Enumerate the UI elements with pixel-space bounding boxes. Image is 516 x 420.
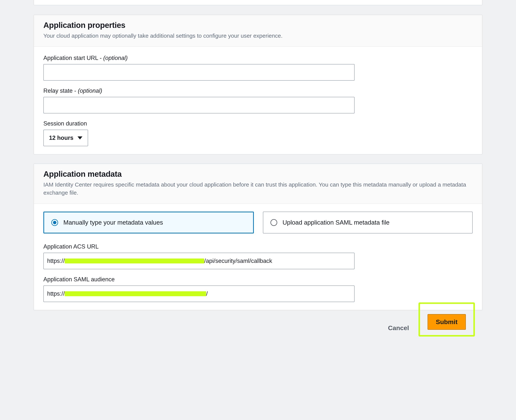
radio-label: Manually type your metadata values bbox=[63, 219, 163, 226]
card-header: Application properties Your cloud applic… bbox=[34, 15, 482, 47]
application-start-url-field: Application start URL - (optional) bbox=[43, 55, 473, 81]
radio-icon bbox=[270, 219, 277, 226]
card-title: Application metadata bbox=[43, 170, 473, 179]
caret-down-icon bbox=[77, 136, 82, 139]
cancel-button[interactable]: Cancel bbox=[386, 321, 411, 335]
session-duration-field: Session duration 12 hours bbox=[43, 120, 473, 146]
card-title: Application properties bbox=[43, 21, 473, 30]
submit-button[interactable]: Submit bbox=[428, 314, 466, 330]
application-acs-url-field: Application ACS URL https:///api/securit… bbox=[43, 243, 473, 269]
form-actions: Cancel Submit bbox=[34, 319, 482, 337]
previous-card-bottom bbox=[34, 0, 482, 5]
field-label: Session duration bbox=[43, 120, 473, 127]
submit-highlight: Submit bbox=[418, 302, 475, 337]
redacted-host bbox=[65, 259, 204, 263]
metadata-mode-radio-group: Manually type your metadata values Uploa… bbox=[43, 212, 473, 233]
relay-state-field: Relay state - (optional) bbox=[43, 87, 473, 113]
field-label: Application start URL - (optional) bbox=[43, 55, 473, 61]
select-value: 12 hours bbox=[49, 135, 73, 141]
radio-manual-metadata[interactable]: Manually type your metadata values bbox=[43, 212, 254, 233]
application-acs-url-input[interactable]: https:///api/security/saml/callback bbox=[43, 253, 354, 269]
card-subtitle: Your cloud application may optionally ta… bbox=[43, 32, 473, 40]
field-label: Application SAML audience bbox=[43, 276, 473, 283]
session-duration-select[interactable]: 12 hours bbox=[43, 130, 88, 146]
radio-icon bbox=[51, 219, 58, 226]
redacted-host bbox=[65, 291, 206, 296]
radio-label: Upload application SAML metadata file bbox=[283, 219, 389, 226]
application-properties-card: Application properties Your cloud applic… bbox=[34, 15, 482, 155]
application-metadata-card: Application metadata IAM Identity Center… bbox=[34, 164, 482, 310]
relay-state-input[interactable] bbox=[43, 97, 354, 113]
card-header: Application metadata IAM Identity Center… bbox=[34, 164, 482, 204]
application-saml-audience-field: Application SAML audience https:/// bbox=[43, 276, 473, 302]
application-saml-audience-input[interactable]: https:/// bbox=[43, 285, 354, 302]
field-label: Application ACS URL bbox=[43, 243, 473, 250]
field-label: Relay state - (optional) bbox=[43, 87, 473, 94]
radio-upload-metadata[interactable]: Upload application SAML metadata file bbox=[263, 212, 473, 233]
card-subtitle: IAM Identity Center requires specific me… bbox=[43, 180, 473, 197]
application-start-url-input[interactable] bbox=[43, 64, 354, 81]
